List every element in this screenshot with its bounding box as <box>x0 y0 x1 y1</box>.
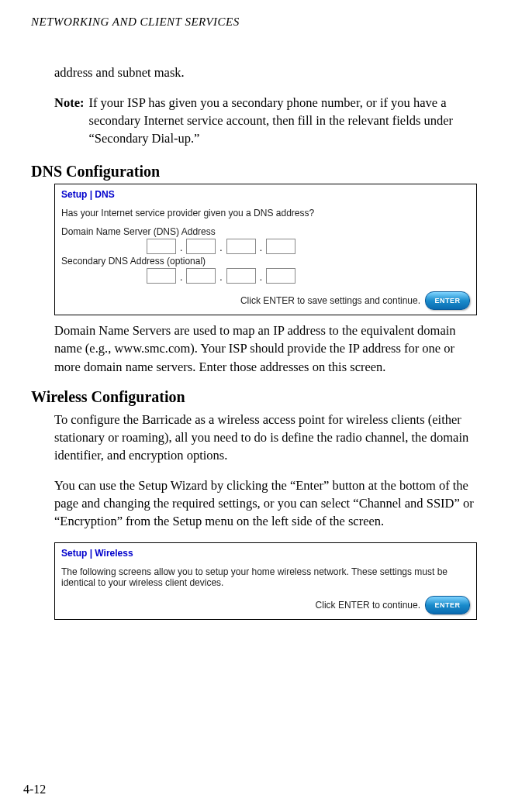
dns-primary-octet-2[interactable] <box>186 239 216 254</box>
dns-primary-octet-3[interactable] <box>226 239 256 254</box>
wireless-enter-caption: Click ENTER to continue. <box>316 600 420 611</box>
dns-primary-octet-4[interactable] <box>266 239 295 254</box>
page-number: 4-12 <box>23 783 46 797</box>
dns-secondary-octet-2[interactable] <box>186 268 216 284</box>
dot-icon: . <box>219 243 222 254</box>
dns-enter-caption: Click ENTER to save settings and continu… <box>240 295 420 306</box>
dns-primary-row: . . . <box>147 239 470 254</box>
dns-secondary-octet-1[interactable] <box>147 268 176 284</box>
dns-setup-question: Has your Internet service provider given… <box>61 208 470 218</box>
wireless-enter-button[interactable]: ENTER <box>425 596 470 614</box>
note-block: Note: If your ISP has given you a second… <box>54 94 477 147</box>
dot-icon: . <box>180 272 182 284</box>
wireless-setup-text: The following screens allow you to setup… <box>61 566 470 588</box>
dns-heading: DNS Configuration <box>31 163 477 181</box>
dns-primary-octet-1[interactable] <box>147 239 176 254</box>
wireless-para1: To configure the Barricade as a wireless… <box>54 411 477 464</box>
wireless-para2: You can use the Setup Wizard by clicking… <box>54 477 477 530</box>
wireless-setup-box: Setup | Wireless The following screens a… <box>54 542 477 620</box>
dot-icon: . <box>260 272 262 284</box>
note-text: If your ISP has given you a secondary ph… <box>88 94 477 147</box>
dns-secondary-octet-4[interactable] <box>266 268 295 284</box>
dns-secondary-octet-3[interactable] <box>226 268 256 284</box>
dns-secondary-label: Secondary DNS Address (optional) <box>61 256 470 267</box>
dot-icon: . <box>219 272 222 284</box>
dns-enter-button[interactable]: ENTER <box>425 291 470 310</box>
running-header: NETWORKING AND CLIENT SERVICES <box>31 15 477 29</box>
dot-icon: . <box>180 243 182 254</box>
wireless-setup-title: Setup | Wireless <box>61 548 470 559</box>
dns-body-text: Domain Name Servers are used to map an I… <box>54 322 477 375</box>
dns-setup-box: Setup | DNS Has your Internet service pr… <box>54 184 477 315</box>
dns-setup-title: Setup | DNS <box>61 189 470 200</box>
note-label: Note: <box>54 94 84 147</box>
wireless-heading: Wireless Configuration <box>31 388 477 406</box>
dns-primary-label: Domain Name Server (DNS) Address <box>61 226 470 237</box>
dot-icon: . <box>260 243 262 254</box>
dns-secondary-row: . . . <box>147 268 470 284</box>
intro-continuation-text: address and subnet mask. <box>54 64 477 81</box>
